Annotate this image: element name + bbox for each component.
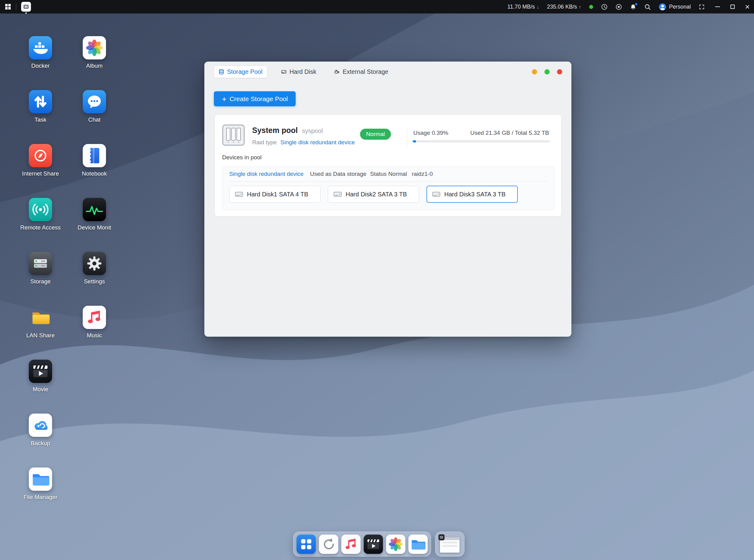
desktop-icon-backup[interactable]: Backup — [18, 414, 63, 467]
dock-app-launcher[interactable] — [297, 535, 316, 554]
icon-label: Task — [34, 116, 46, 123]
close-traffic-button[interactable] — [557, 69, 562, 75]
running-storage-app-icon[interactable] — [21, 2, 31, 12]
net-down-value: 11.70 MB/s — [508, 4, 535, 10]
start-button[interactable] — [5, 4, 11, 10]
maximize-button[interactable] — [730, 5, 735, 9]
dock-recycle[interactable] — [319, 535, 338, 554]
disk-chip-label: Hard Disk3 SATA 3 TB — [444, 191, 505, 198]
raid-type-link[interactable]: Single disk redundant device — [280, 139, 355, 146]
search-button[interactable] — [644, 4, 651, 10]
notification-badge — [635, 2, 638, 6]
resource-tray-button[interactable] — [616, 4, 622, 10]
upload-arrow-icon: ↑ — [579, 4, 581, 9]
tab-external-storage[interactable]: External Storage — [330, 65, 393, 78]
window-header: Storage Pool Hard Disk External Storage — [204, 62, 571, 82]
fullscreen-button[interactable] — [699, 4, 705, 10]
blue-folder-icon — [409, 535, 428, 554]
desktop-icon-device-monitor[interactable]: Device Monit — [72, 198, 117, 252]
pool-used-total-text: Used 21.34 GB / Total 5.32 TB — [470, 129, 549, 136]
group-divider — [229, 181, 548, 182]
hard-disk-icon — [281, 69, 287, 75]
icon-label: Internet Share — [22, 170, 59, 177]
maximize-traffic-button[interactable] — [544, 69, 550, 75]
desktop-icon-file-manager[interactable]: File Manager — [18, 467, 63, 521]
disk-chip-1[interactable]: Hard Disk1 SATA 4 TB — [229, 186, 320, 203]
disk-icon — [235, 191, 243, 197]
clock-tray-button[interactable] — [601, 4, 608, 10]
photos-flower-icon — [386, 535, 405, 554]
download-arrow-icon: ↓ — [537, 4, 539, 9]
disk-icon — [334, 191, 342, 197]
desktop-icon-chat[interactable]: Chat — [72, 90, 117, 144]
clapperboard-icon — [29, 360, 52, 383]
dock-movie[interactable] — [364, 535, 383, 554]
desktop-icon-internet-share[interactable]: Internet Share — [18, 144, 63, 198]
app-badge-icon — [438, 534, 444, 540]
notifications-button[interactable] — [630, 4, 636, 10]
dock-music[interactable] — [341, 535, 361, 554]
desktop-icon-notebook[interactable]: Notebook — [72, 144, 117, 198]
icon-label: File Manager — [24, 494, 58, 501]
thumbnail-content-row — [442, 545, 457, 547]
tab-label: Hard Disk — [290, 68, 317, 75]
dock-file-manager[interactable] — [409, 535, 428, 554]
desktop-icon-storage[interactable]: Storage — [18, 252, 63, 306]
topbar-divider — [16, 4, 16, 10]
icon-label: Notebook — [82, 170, 106, 177]
system-pool-card: System pool syspool Raid type Single dis… — [215, 115, 561, 217]
search-icon — [644, 4, 651, 10]
desktop-icon-album[interactable]: Album — [72, 36, 117, 90]
icon-label: Docker — [31, 62, 49, 69]
tab-label: External Storage — [342, 68, 388, 75]
blue-folder-icon — [29, 467, 52, 491]
minimize-button[interactable] — [715, 6, 720, 7]
desktop-icon-settings[interactable]: Settings — [72, 252, 117, 306]
card-vertical-separator — [407, 127, 408, 147]
pool-usage-fill — [413, 140, 416, 142]
devices-in-pool-title: Devices in pool — [222, 154, 262, 161]
system-status-indicator[interactable] — [589, 5, 593, 9]
topbar: 11.70 MB/s ↓ 235.06 KB/s ↑ — [0, 0, 754, 14]
user-menu[interactable]: Personal — [659, 3, 691, 11]
icon-label: Chat — [88, 116, 100, 123]
dock-window-preview[interactable] — [438, 534, 461, 554]
icon-label: Settings — [84, 278, 105, 285]
avatar — [659, 3, 667, 11]
desktop-icon-remote-access[interactable]: Remote Access — [18, 198, 63, 252]
icon-label: Device Monit — [78, 224, 111, 231]
net-up-value: 235.06 KB/s — [547, 4, 577, 10]
group-status: Status Normal — [370, 171, 407, 177]
tab-storage-pool[interactable]: Storage Pool — [214, 65, 267, 78]
storage-pool-icon — [218, 69, 224, 75]
pool-alias: syspool — [302, 127, 323, 135]
window-traffic-lights — [532, 69, 562, 75]
music-note-icon — [83, 306, 106, 329]
pool-name: System pool — [252, 126, 298, 135]
close-button[interactable]: × — [745, 4, 750, 10]
minimize-traffic-button[interactable] — [532, 69, 537, 75]
desktop-icon-lan-share[interactable]: LAN Share — [18, 306, 63, 360]
thumbnail-content-row — [442, 542, 457, 543]
pool-status-badge: Normal — [360, 129, 391, 140]
create-storage-pool-button[interactable]: + Create Storage Pool — [214, 91, 296, 106]
desktop-icon-task[interactable]: Task — [18, 90, 63, 144]
maximize-icon — [730, 5, 735, 9]
dock-album[interactable] — [386, 535, 405, 554]
yellow-folder-icon — [29, 306, 52, 329]
clapperboard-icon — [364, 535, 383, 554]
chat-bubble-icon — [83, 90, 106, 113]
icon-label: Remote Access — [20, 224, 61, 231]
desktop-icon-movie[interactable]: Movie — [18, 360, 63, 414]
icon-label: Storage — [30, 278, 51, 285]
minimize-icon — [715, 6, 720, 7]
desktop-icon-docker[interactable]: Docker — [18, 36, 63, 90]
raid-type-label: Raid type — [252, 139, 277, 146]
disk-chip-2[interactable]: Hard Disk2 SATA 3 TB — [328, 186, 419, 203]
disk-chip-3[interactable]: Hard Disk3 SATA 3 TB — [426, 186, 518, 203]
tab-hard-disk[interactable]: Hard Disk — [277, 65, 321, 78]
icon-label: Backup — [31, 440, 50, 447]
desktop-icon-music[interactable]: Music — [72, 306, 117, 360]
group-raid-link[interactable]: Single disk redundant device — [229, 171, 304, 177]
plus-icon: + — [222, 95, 226, 103]
